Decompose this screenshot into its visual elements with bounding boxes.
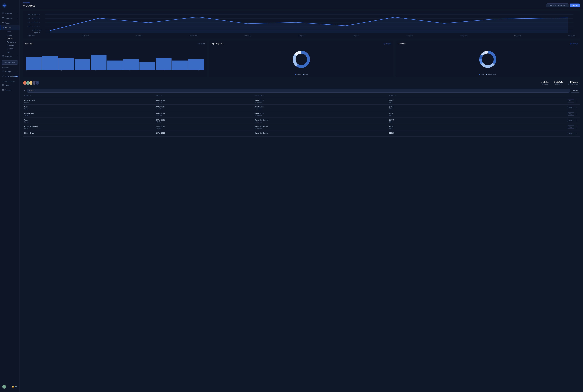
bar-x-label: 2 May 2019 (129, 70, 135, 71)
view-button[interactable]: View (567, 126, 574, 128)
row-actions: View ⋮ (470, 106, 578, 109)
svg-rect-2 (2, 13, 4, 14)
bar (26, 57, 42, 70)
legend-item-drinks: Drinks (295, 74, 301, 75)
filter-button[interactable] (23, 89, 26, 92)
more-button[interactable]: ⋮ (575, 112, 578, 116)
cell-total: $7.54 (389, 106, 467, 108)
more-button[interactable]: ⋮ (575, 106, 578, 109)
date-range-button[interactable]: 6 Apr 2019 to 6 May 2019 (546, 4, 568, 7)
sidebar-item-locations[interactable]: Locations ▾ (0, 16, 20, 20)
sidebar-bottom: 🔔 🔍 (0, 384, 20, 390)
more-button[interactable]: ⋮ (575, 126, 578, 128)
sort-icon[interactable]: ⇅ (263, 95, 265, 96)
days-value: 30 days (568, 81, 580, 83)
bell-icon[interactable]: 🔔 (12, 386, 14, 388)
sort-icon[interactable]: ⇅ (30, 95, 31, 96)
view-button[interactable]: View (567, 99, 574, 102)
svg-text:$200: $200 (27, 18, 40, 19)
view-button[interactable]: View (567, 106, 574, 109)
sidebar-item-settings[interactable]: Settings ▾ (0, 69, 20, 74)
sidebar-item-subscription[interactable]: Subscription Beta (0, 74, 20, 79)
sidebar-subitem-transactions[interactable]: Transactions (5, 40, 20, 44)
table-row: Cheese Cake Dessert 30 Apr 2019 12:37 PM… (23, 98, 580, 104)
cell-time: 12:37 PM (156, 108, 251, 110)
top-categories-card: Top Categories By Revenue (209, 41, 394, 77)
x-label: 3 May 2019 (406, 35, 413, 36)
x-label: 1 May 2019 (299, 35, 305, 36)
svg-point-4 (3, 22, 3, 22)
bar (188, 59, 204, 70)
cell-person: Randy Botur (255, 106, 386, 108)
sidebar-item-label: Locations (5, 17, 12, 19)
cell-date: 30 Apr 2019 (156, 112, 251, 114)
svg-rect-10 (2, 56, 4, 57)
items-sold-title: Items Sold (25, 43, 34, 45)
content-area: $250 $200 $150 $100 $50 $0 26 Apr 2019 2… (20, 9, 583, 139)
svg-text:$250: $250 (27, 14, 40, 15)
more-button[interactable]: ⋮ (575, 100, 578, 102)
options-button[interactable]: Options (570, 4, 580, 7)
chart-x-labels: 26 Apr 2019 27 Apr 2019 28 Apr 2019 29 A… (25, 34, 578, 36)
svg-point-1 (4, 5, 5, 6)
export-button[interactable]: Export (571, 88, 580, 92)
avatar-more: +1 (35, 81, 40, 85)
bar (58, 58, 74, 70)
login-pos-button[interactable]: ↗ Log in to PoS (2, 60, 18, 64)
bar (172, 60, 188, 70)
view-button[interactable]: View (567, 132, 574, 135)
main-content: Reports Products 6 Apr 2019 to 6 May 201… (20, 0, 583, 392)
sidebar-item-people[interactable]: People ▾ (0, 20, 20, 25)
top-categories-by: By Revenue (384, 43, 391, 44)
cell-id: 1089 (389, 115, 467, 116)
summary-row: +1 7 shifts 32 orders $ 1134.40 275 item… (23, 79, 580, 86)
view-button[interactable]: View (567, 112, 574, 116)
sidebar-item-products[interactable]: Products ▾ (0, 11, 20, 16)
chevron-up-icon: ▴ (17, 27, 18, 28)
sort-icon[interactable]: ⇅ (395, 95, 396, 96)
cell-time: 12:37 PM (156, 115, 251, 116)
row-actions: View ⋮ (470, 99, 578, 102)
bar (107, 60, 123, 70)
items-sold-header: Items Sold 275 Items (25, 43, 205, 45)
avatar[interactable] (2, 385, 6, 389)
search-input[interactable] (27, 88, 570, 92)
sidebar-item-label: Subscription (5, 76, 15, 78)
search-icon[interactable]: 🔍 (15, 386, 18, 388)
view-button[interactable]: View (567, 119, 574, 122)
sidebar-subitem-orders[interactable]: Orders (5, 34, 20, 37)
items-sold-card: Items Sold 275 Items 26 (23, 41, 207, 77)
sidebar-subitem-locations[interactable]: Locations (5, 47, 20, 50)
bar-x-label: 28 Apr 2019 (60, 70, 66, 71)
table-header-row: Name ⇅ Date ⇅ Location ⇅ Total ⇅ (23, 94, 580, 98)
sidebar-item-reports[interactable]: Reports ▴ (0, 25, 20, 30)
summary-revenue: $ 1134.40 275 items (554, 81, 563, 85)
cell-location: La Trattoria (255, 108, 386, 110)
cell-id: 1091 (389, 128, 467, 129)
svg-point-5 (3, 22, 4, 23)
col-total: Total ⇅ (388, 94, 469, 98)
page-header: Reports Products 6 Apr 2019 to 6 May 201… (20, 0, 583, 9)
revenue-value: $ 1134.40 (554, 81, 563, 83)
x-label: 2 May 2019 (353, 35, 359, 36)
chevron-down-icon: ▾ (17, 56, 18, 57)
more-button[interactable]: ⋮ (575, 132, 578, 135)
revenue-sub: 275 items (554, 83, 563, 85)
sort-icon[interactable]: ⇅ (161, 95, 162, 96)
sidebar-subitem-open-tabs[interactable]: Open Tabs (5, 44, 20, 47)
sidebar-item-inventory[interactable]: Inventory ▾ (0, 54, 20, 59)
subscription-icon (2, 75, 4, 78)
row-actions: View ⋮ (470, 126, 578, 128)
sidebar-item-support[interactable]: Support (0, 88, 20, 92)
more-button[interactable]: ⋮ (575, 119, 578, 122)
cell-person: Samantha Barnes (255, 132, 386, 134)
sidebar-item-label: Support (5, 89, 11, 91)
sidebar-subitem-shifts[interactable]: Shifts (5, 30, 20, 34)
guides-icon (2, 84, 4, 86)
col-date: Date ⇅ (154, 94, 253, 98)
sidebar-subitem-products[interactable]: Products (5, 37, 20, 40)
sidebar-item-guides[interactable]: Guides (0, 83, 20, 88)
sidebar-item-label: Settings (5, 70, 11, 72)
sidebar-subitem-staff[interactable]: Staff (5, 50, 20, 54)
legend-dot (303, 74, 304, 75)
